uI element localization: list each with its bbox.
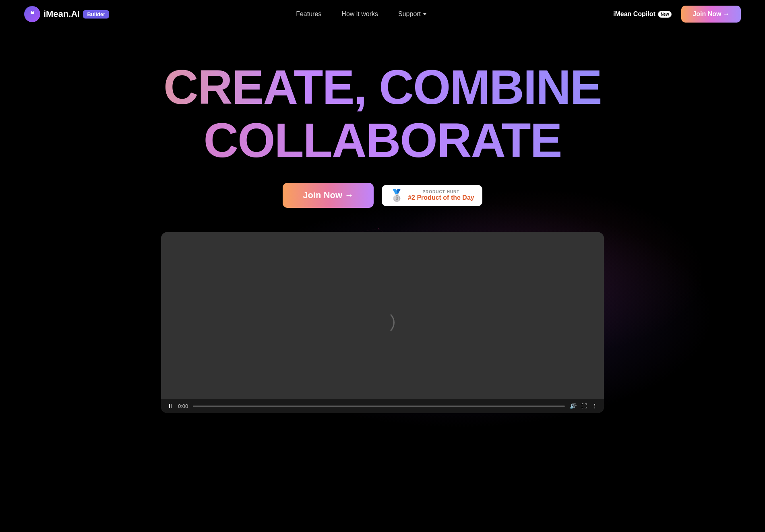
product-hunt-rank: #2 Product of the Day [408, 194, 474, 201]
nav-support[interactable]: Support [398, 10, 426, 18]
product-hunt-label: PRODUCT HUNT [408, 190, 474, 194]
navbar: ❝ iMean.AI Builder Features How it works… [0, 0, 765, 28]
settings-button[interactable]: ⋮ [592, 403, 598, 409]
time-display: 0:00 [178, 403, 188, 409]
copilot-label: iMean Copilot [613, 10, 655, 18]
nav-right: iMean Copilot New Join Now → [613, 6, 741, 23]
hero-cta: Join Now → 🥈 PRODUCT HUNT #2 Product of … [24, 183, 741, 208]
logo-icon: ❝ [24, 6, 40, 22]
join-now-hero-button[interactable]: Join Now → [283, 183, 374, 208]
builder-badge: Builder [83, 10, 109, 19]
title-line-1: CREATE, COMBINE [24, 60, 741, 114]
logo-text: iMean.AI [43, 9, 80, 19]
fullscreen-button[interactable]: ⛶ [581, 403, 587, 409]
nav-links: Features How it works Support [296, 10, 426, 18]
video-player[interactable] [161, 232, 604, 413]
hero-section: CREATE, COMBINE COLLABORATE Join Now → 🥈… [0, 28, 765, 437]
logo[interactable]: ❝ iMean.AI Builder [24, 6, 109, 22]
video-container: ⏸ 0:00 🔊 ⛶ ⋮ [161, 232, 604, 413]
new-badge: New [658, 11, 672, 18]
join-now-nav-button[interactable]: Join Now → [681, 6, 741, 23]
volume-control: 🔊 [570, 403, 577, 409]
volume-button[interactable]: 🔊 [570, 403, 577, 409]
product-hunt-badge[interactable]: 🥈 PRODUCT HUNT #2 Product of the Day [382, 185, 482, 206]
copilot-link[interactable]: iMean Copilot New [613, 10, 672, 18]
nav-features[interactable]: Features [296, 10, 321, 18]
loading-spinner [370, 311, 395, 335]
svg-point-51 [378, 228, 379, 230]
support-dropdown-icon [423, 13, 426, 15]
play-pause-button[interactable]: ⏸ [167, 403, 173, 409]
product-hunt-text: PRODUCT HUNT #2 Product of the Day [408, 190, 474, 201]
hero-title: CREATE, COMBINE COLLABORATE [24, 60, 741, 167]
progress-bar[interactable] [193, 406, 565, 407]
title-line-2: COLLABORATE [24, 114, 741, 167]
video-controls: ⏸ 0:00 🔊 ⛶ ⋮ [161, 399, 604, 413]
nav-how-it-works[interactable]: How it works [341, 10, 378, 18]
medal-icon: 🥈 [390, 189, 404, 202]
